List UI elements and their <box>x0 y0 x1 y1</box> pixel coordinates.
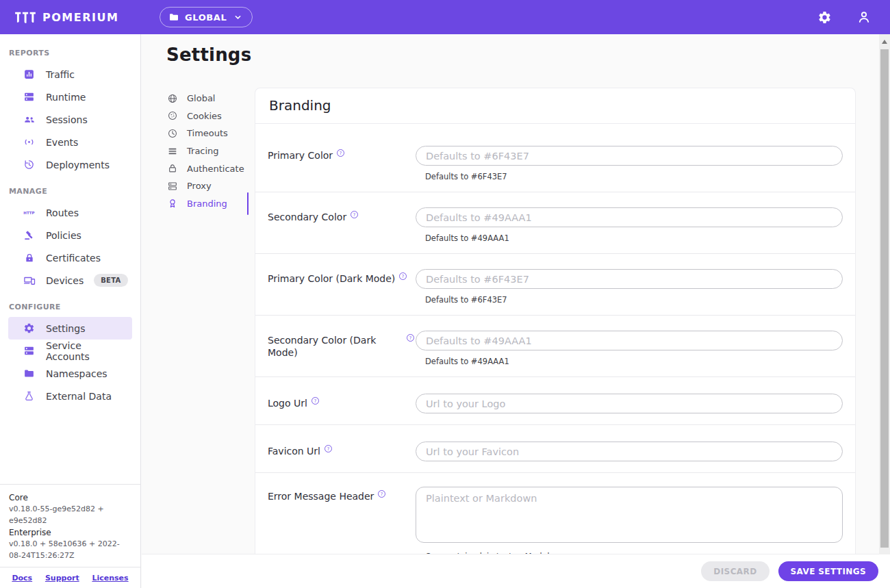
sidebar-item-runtime[interactable]: Runtime <box>8 86 132 108</box>
help-icon[interactable]: ? <box>323 444 333 454</box>
broadcast-icon <box>23 136 36 149</box>
branding-panel: Branding Primary Color ? Defaults to #6F… <box>255 88 856 554</box>
field-helper-text: Defaults to #6F43E7 <box>425 172 843 181</box>
gear-icon <box>23 322 36 335</box>
tab-authenticate[interactable]: Authenticate <box>166 159 248 177</box>
version-info: Core v0.18.0-55-ge9e52d82 + e9e52d82 Ent… <box>0 484 140 567</box>
field-label: Secondary Color (Dark Mode) <box>268 335 403 359</box>
section-label-manage: MANAGE <box>9 187 140 196</box>
help-icon[interactable]: ? <box>405 333 416 343</box>
sidebar-item-namespaces[interactable]: Namespaces <box>8 362 132 385</box>
scrollbar-thumb[interactable] <box>880 49 889 548</box>
sidebar-item-label: Traffic <box>46 69 75 80</box>
sidebar-item-policies[interactable]: Policies <box>8 224 132 246</box>
sidebar-item-routes[interactable]: HTTP Routes <box>8 201 132 224</box>
server-icon <box>23 90 36 103</box>
svg-text:HTTP: HTTP <box>23 211 34 215</box>
tab-label: Global <box>187 93 215 103</box>
licenses-link[interactable]: Licenses <box>92 574 128 583</box>
cookie-icon <box>166 110 178 122</box>
help-icon[interactable]: ? <box>398 271 408 281</box>
action-bar: DISCARD SAVE SETTINGS <box>142 554 890 588</box>
secondary-color-input[interactable] <box>416 207 843 227</box>
field-label: Favicon Url <box>268 446 320 458</box>
chart-icon <box>23 68 36 81</box>
tab-timeouts[interactable]: Timeouts <box>166 125 248 142</box>
user-account-button[interactable] <box>856 9 872 25</box>
sidebar-item-certificates[interactable]: Certificates <box>8 246 132 269</box>
scrollbar-up-arrow[interactable] <box>879 34 890 45</box>
field-label: Primary Color (Dark Mode) <box>268 273 395 285</box>
pomerium-logo-icon <box>15 10 36 25</box>
list-lines-icon <box>166 145 178 157</box>
field-row-logo-url: Logo Url ? <box>255 377 855 425</box>
sidebar-item-external-data[interactable]: External Data <box>8 385 132 407</box>
save-settings-button[interactable]: SAVE SETTINGS <box>778 561 878 581</box>
tab-proxy[interactable]: Proxy <box>166 177 248 195</box>
sidebar-item-label: Settings <box>46 323 85 334</box>
svg-text:?: ? <box>327 446 330 452</box>
sidebar-item-label: Runtime <box>46 92 86 103</box>
support-link[interactable]: Support <box>45 574 79 583</box>
field-row-secondary-color: Secondary Color ? Defaults to #49AAA1 <box>255 192 855 254</box>
favicon-url-input[interactable] <box>416 442 843 461</box>
namespace-label: GLOBAL <box>185 12 227 23</box>
error-message-header-input[interactable] <box>416 487 843 543</box>
docs-link[interactable]: Docs <box>12 574 32 583</box>
brand-name: POMERIUM <box>42 11 118 24</box>
tab-label: Cookies <box>187 111 222 121</box>
sidebar-item-deployments[interactable]: Deployments <box>8 153 132 176</box>
beta-badge: BETA <box>94 274 127 287</box>
settings-gear-button[interactable] <box>816 9 832 25</box>
sidebar-item-label: Deployments <box>46 159 110 170</box>
svg-text:?: ? <box>353 212 356 218</box>
sidebar-item-label: Devices <box>46 275 84 286</box>
field-row-favicon-url: Favicon Url ? <box>255 425 855 473</box>
sidebar-item-events[interactable]: Events <box>8 131 132 153</box>
discard-button[interactable]: DISCARD <box>701 561 769 581</box>
sidebar-item-label: Routes <box>46 207 79 218</box>
chevron-down-icon <box>232 12 244 23</box>
help-icon[interactable]: ? <box>335 148 346 158</box>
main-content: Settings Global Cookies Timeouts Tracing <box>142 34 879 554</box>
namespace-selector[interactable]: GLOBAL <box>160 7 253 27</box>
field-label: Logo Url <box>268 398 307 410</box>
sidebar-item-label: Service Accounts <box>46 340 125 362</box>
tab-cookies[interactable]: Cookies <box>166 107 248 125</box>
sidebar-item-sessions[interactable]: Sessions <box>8 108 132 131</box>
tab-label: Timeouts <box>187 128 228 138</box>
history-icon <box>23 158 36 171</box>
sidebar-item-settings[interactable]: Settings <box>8 317 132 340</box>
people-icon <box>23 113 36 126</box>
sidebar-item-label: Sessions <box>46 114 88 125</box>
globe-icon <box>166 92 178 104</box>
sidebar-item-label: Policies <box>46 230 81 241</box>
scrollbar <box>879 34 890 554</box>
tab-global[interactable]: Global <box>166 90 248 107</box>
sidebar-item-label: Events <box>46 137 78 148</box>
logo-url-input[interactable] <box>416 394 843 413</box>
tab-tracing[interactable]: Tracing <box>166 142 248 160</box>
field-row-primary-color: Primary Color ? Defaults to #6F43E7 <box>255 124 855 192</box>
sidebar-item-devices[interactable]: Devices BETA <box>8 269 132 292</box>
tab-label: Tracing <box>187 146 219 156</box>
award-icon <box>166 198 178 209</box>
primary-color-dark-input[interactable] <box>416 269 843 289</box>
primary-color-input[interactable] <box>416 146 843 166</box>
sidebar: REPORTS Traffic Runtime Sessions <box>0 34 141 588</box>
devices-icon <box>23 274 36 287</box>
sidebar-section-reports: REPORTS Traffic Runtime Sessions <box>0 49 140 176</box>
folder-icon <box>23 367 36 380</box>
enterprise-version-label: Enterprise <box>9 526 131 539</box>
help-icon[interactable]: ? <box>310 396 320 406</box>
secondary-color-dark-input[interactable] <box>416 331 843 350</box>
page-title: Settings <box>166 44 251 65</box>
help-icon[interactable]: ? <box>349 209 359 220</box>
sidebar-item-traffic[interactable]: Traffic <box>8 63 132 86</box>
tab-branding[interactable]: Branding <box>166 195 248 213</box>
sidebar-item-service-accounts[interactable]: Service Accounts <box>8 340 132 362</box>
http-icon: HTTP <box>23 206 36 219</box>
help-icon[interactable]: ? <box>377 489 387 499</box>
sidebar-section-configure: CONFIGURE Settings Service Accounts Name… <box>0 303 140 407</box>
field-row-error-message-header: Error Message Header ? Can contain plain… <box>255 473 855 554</box>
